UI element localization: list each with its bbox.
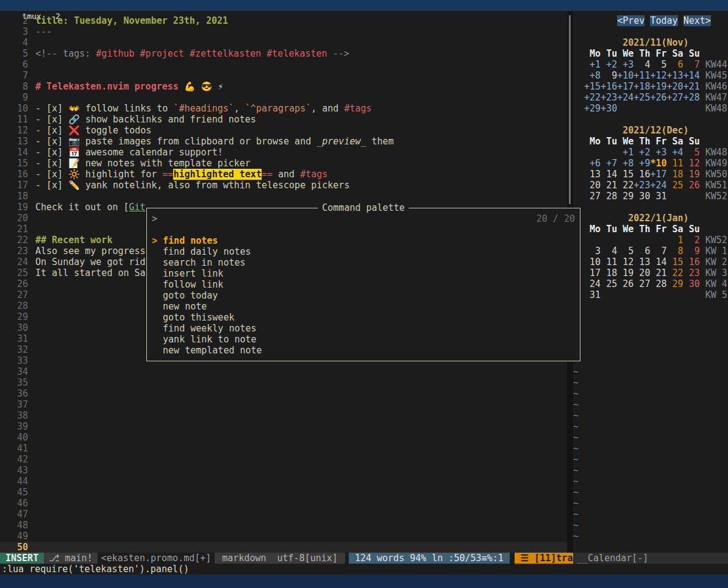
calendar-day[interactable]: 19 (617, 267, 633, 278)
editor-line-38[interactable]: 38 (0, 410, 567, 421)
calendar-day[interactable]: +17 (617, 81, 633, 92)
editor-line-39[interactable]: 39 (0, 421, 567, 432)
palette-item[interactable]: new note (152, 301, 575, 312)
editor-line-35[interactable]: 35 (0, 377, 567, 388)
calendar-day[interactable]: +7 (601, 158, 617, 169)
editor-line-8[interactable]: 8# Telekasten.nvim progress 💪 😎 ⚡ (0, 81, 567, 92)
calendar-day[interactable]: +24 (650, 180, 666, 191)
editor-line-2[interactable]: 2title: Tuesday, November 23th, 2021 (0, 15, 567, 26)
editor-line-44[interactable]: 44 (0, 476, 567, 487)
calendar-day-saturday[interactable]: 25 (667, 180, 683, 191)
calendar-day[interactable]: 22 (617, 180, 633, 191)
calendar-day[interactable]: 9 (601, 70, 617, 81)
calendar-day[interactable]: +8 (617, 158, 633, 169)
editor-line-15[interactable]: 15- [x] 📝 new notes with template picker (0, 158, 567, 169)
calendar-day[interactable]: 30 (633, 191, 650, 202)
calendar-day[interactable]: +3 (650, 147, 666, 158)
calendar-day-sunday[interactable]: 19 (683, 169, 700, 180)
calendar-today-day[interactable]: *10 (650, 158, 666, 169)
palette-item[interactable]: follow link (152, 279, 575, 290)
calendar-day[interactable]: +23 (601, 92, 617, 103)
calendar-day[interactable]: 29 (617, 191, 633, 202)
calendar-day[interactable]: +14 (683, 70, 700, 81)
calendar-day[interactable]: 31 (584, 289, 601, 300)
calendar-day[interactable]: +2 (633, 147, 650, 158)
calendar-day[interactable]: 27 (584, 191, 601, 202)
calendar-day[interactable]: +12 (650, 70, 666, 81)
editor-line-46[interactable]: 46 (0, 498, 567, 509)
calendar-day-saturday[interactable]: 1 (667, 235, 683, 246)
calendar-day[interactable]: 11 (601, 257, 617, 267)
calendar-day[interactable]: 12 (617, 257, 633, 267)
calendar-day[interactable]: +27 (667, 92, 683, 103)
editor-line-37[interactable]: 37 (0, 399, 567, 410)
calendar-day-sunday[interactable]: 30 (683, 278, 700, 289)
calendar-day-sunday[interactable]: 9 (683, 246, 700, 257)
calendar-day-saturday[interactable]: 8 (667, 246, 683, 257)
palette-item[interactable]: > find notes (152, 235, 575, 246)
calendar-day[interactable]: +19 (650, 81, 666, 92)
calendar-day-sunday[interactable]: 16 (683, 257, 700, 267)
editor-line-47[interactable]: 47 (0, 509, 567, 520)
calendar-day[interactable]: +17 (650, 169, 666, 180)
calendar-day[interactable]: +3 (617, 59, 633, 70)
palette-prompt[interactable]: > 20 / 20 (152, 213, 575, 224)
editor-line-16[interactable]: 16- [x] 🔆 highlight for ==highlighted te… (0, 169, 567, 180)
calendar-day[interactable]: +18 (633, 81, 650, 92)
calendar-day[interactable]: +15 (584, 81, 601, 92)
calendar-next-button[interactable]: Next> (683, 15, 711, 26)
editor-line-3[interactable]: 3--- (0, 26, 567, 37)
calendar-day[interactable]: 14 (650, 257, 666, 267)
calendar-day[interactable]: 5 (650, 59, 666, 70)
calendar-day[interactable]: +30 (601, 103, 617, 114)
calendar-day[interactable]: 14 (601, 169, 617, 180)
calendar-day[interactable]: +21 (683, 81, 700, 92)
calendar-day[interactable]: +6 (584, 158, 601, 169)
calendar-day-saturday[interactable]: 29 (667, 278, 683, 289)
calendar-day[interactable]: 3 (584, 246, 601, 257)
calendar-day[interactable]: 16 (633, 169, 650, 180)
calendar-day[interactable]: +28 (683, 92, 700, 103)
editor-line-49[interactable]: 49 (0, 531, 567, 542)
calendar-day[interactable]: 13 (584, 169, 601, 180)
editor-line-10[interactable]: 10- [x] 👐 follow links to `#headings`, `… (0, 103, 567, 114)
calendar-day[interactable]: 4 (633, 59, 650, 70)
calendar-day[interactable]: 21 (601, 180, 617, 191)
calendar-day-sunday[interactable]: 12 (683, 158, 700, 169)
editor-line-4[interactable]: 4 (0, 37, 567, 48)
editor-line-9[interactable]: 9 (0, 92, 567, 103)
editor-line-14[interactable]: 14- [x] 📅 awesome calendar support! (0, 147, 567, 158)
calendar-day-saturday[interactable]: 15 (667, 257, 683, 267)
calendar-day[interactable]: 5 (617, 246, 633, 257)
calendar-day[interactable]: 28 (601, 191, 617, 202)
palette-item[interactable]: find daily notes (152, 246, 575, 257)
calendar-day[interactable]: 27 (633, 278, 650, 289)
calendar-day[interactable]: +1 (617, 147, 633, 158)
palette-item[interactable]: insert link (152, 268, 575, 279)
palette-item[interactable]: search in notes (152, 257, 575, 268)
calendar-day[interactable]: +20 (667, 81, 683, 92)
calendar-day[interactable]: 28 (650, 278, 666, 289)
palette-item[interactable]: yank link to note (152, 334, 575, 345)
editor-line-17[interactable]: 17- [x] ✏️ yank notelink, also from wthi… (0, 180, 567, 191)
calendar-day[interactable]: 6 (633, 246, 650, 257)
calendar-day-sunday[interactable]: 5 (683, 147, 700, 158)
editor-line-34[interactable]: 34 (0, 366, 567, 377)
editor-line-12[interactable]: 12- [x] ❌ toggle todos (0, 125, 567, 136)
calendar-day-saturday[interactable]: 11 (667, 158, 683, 169)
calendar-day[interactable]: 4 (601, 246, 617, 257)
editor-line-43[interactable]: 43 (0, 465, 567, 476)
editor-line-11[interactable]: 11- [x] 🔗 show backlinks and friend note… (0, 114, 567, 125)
calendar-day[interactable]: +9 (633, 158, 650, 169)
calendar-day[interactable]: +24 (617, 92, 633, 103)
calendar-day[interactable]: +16 (601, 81, 617, 92)
command-line[interactable]: :lua require('telekasten').panel() (0, 564, 728, 575)
calendar-day[interactable]: +29 (584, 103, 601, 114)
calendar-day[interactable]: 24 (584, 278, 601, 289)
editor-line-36[interactable]: 36 (0, 388, 567, 399)
calendar-day[interactable]: +8 (584, 70, 601, 81)
editor-line-18[interactable]: 18 (0, 191, 567, 202)
calendar-day[interactable]: +23 (633, 180, 650, 191)
calendar-day[interactable]: 10 (584, 257, 601, 267)
editor-line-41[interactable]: 41 (0, 443, 567, 454)
